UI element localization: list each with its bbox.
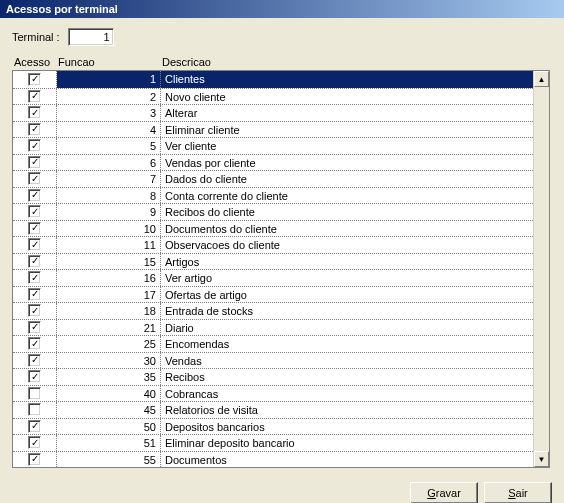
cell-acesso: ✓ [13,105,57,121]
header-descricao: Descricao [162,56,550,68]
access-checkbox[interactable]: ✓ [28,222,41,235]
cell-descricao: Eliminar deposito bancario [161,435,533,451]
window-title: Acessos por terminal [6,3,118,15]
cell-acesso: ✓ [13,204,57,220]
cell-descricao: Recibos [161,369,533,385]
access-checkbox[interactable]: ✓ [28,304,41,317]
access-checkbox[interactable]: ✓ [28,420,41,433]
table-row[interactable]: ✓1Clientes [13,71,533,88]
table-row[interactable]: ✓9Recibos do cliente [13,203,533,220]
access-checkbox[interactable]: ✓ [28,90,41,103]
cell-descricao: Depositos bancarios [161,419,533,435]
grid-body[interactable]: ✓1Clientes✓2Novo cliente✓3Alterar✓4Elimi… [13,71,533,467]
cell-acesso: ✓ [13,320,57,336]
table-row[interactable]: ✓2Novo cliente [13,88,533,105]
table-row[interactable]: ✓4Eliminar cliente [13,121,533,138]
table-row[interactable]: ✓7Dados do cliente [13,170,533,187]
cell-funcao: 9 [57,204,161,220]
cell-acesso: ✓ [13,336,57,352]
access-checkbox[interactable]: ✓ [28,172,41,185]
cell-acesso: ✓ [13,237,57,253]
table-row[interactable]: ✓18Entrada de stocks [13,302,533,319]
access-checkbox[interactable]: ✓ [28,321,41,334]
cell-acesso [13,402,57,418]
scroll-down-button[interactable]: ▼ [534,451,549,467]
table-row[interactable]: 40Cobrancas [13,385,533,402]
table-row[interactable]: ✓11Observacoes do cliente [13,236,533,253]
access-checkbox[interactable]: ✓ [28,205,41,218]
cell-funcao: 8 [57,188,161,204]
cell-descricao: Eliminar cliente [161,122,533,138]
access-checkbox[interactable]: ✓ [28,106,41,119]
access-checkbox[interactable]: ✓ [28,453,41,466]
table-row[interactable]: ✓3Alterar [13,104,533,121]
access-checkbox[interactable]: ✓ [28,288,41,301]
cell-descricao: Novo cliente [161,89,533,105]
vertical-scrollbar[interactable]: ▲ ▼ [533,71,549,467]
access-checkbox[interactable]: ✓ [28,139,41,152]
cell-acesso: ✓ [13,452,57,468]
table-row[interactable]: ✓30Vendas [13,352,533,369]
cell-acesso: ✓ [13,435,57,451]
terminal-label: Terminal : [12,31,60,43]
table-row[interactable]: ✓17Ofertas de artigo [13,286,533,303]
cell-funcao: 7 [57,171,161,187]
access-checkbox[interactable]: ✓ [28,436,41,449]
table-row[interactable]: ✓35Recibos [13,368,533,385]
cell-descricao: Conta corrente do cliente [161,188,533,204]
table-row[interactable]: ✓6Vendas por cliente [13,154,533,171]
cell-acesso: ✓ [13,188,57,204]
table-row[interactable]: ✓8Conta corrente do cliente [13,187,533,204]
cell-acesso: ✓ [13,71,57,88]
access-checkbox[interactable]: ✓ [28,255,41,268]
access-checkbox[interactable]: ✓ [28,354,41,367]
cell-descricao: Diario [161,320,533,336]
cell-acesso: ✓ [13,287,57,303]
access-checkbox[interactable]: ✓ [28,337,41,350]
table-row[interactable]: ✓16Ver artigo [13,269,533,286]
exit-button[interactable]: Sair [484,482,552,503]
cell-descricao: Vendas por cliente [161,155,533,171]
cell-funcao: 55 [57,452,161,468]
cell-descricao: Documentos do cliente [161,221,533,237]
content-area: Terminal : Acesso Funcao Descricao ✓1Cli… [0,18,564,476]
cell-acesso [13,386,57,402]
table-row[interactable]: ✓51Eliminar deposito bancario [13,434,533,451]
cell-funcao: 2 [57,89,161,105]
cell-funcao: 25 [57,336,161,352]
table-row[interactable]: ✓5Ver cliente [13,137,533,154]
table-row[interactable]: ✓10Documentos do cliente [13,220,533,237]
access-checkbox[interactable]: ✓ [28,123,41,136]
cell-descricao: Alterar [161,105,533,121]
access-checkbox[interactable] [28,403,41,416]
access-checkbox[interactable]: ✓ [28,238,41,251]
table-row[interactable]: 45Relatorios de visita [13,401,533,418]
cell-acesso: ✓ [13,155,57,171]
scroll-track[interactable] [534,87,549,451]
cell-acesso: ✓ [13,89,57,105]
cell-funcao: 3 [57,105,161,121]
cell-funcao: 30 [57,353,161,369]
cell-funcao: 50 [57,419,161,435]
cell-funcao: 16 [57,270,161,286]
access-checkbox[interactable] [28,387,41,400]
cell-funcao: 4 [57,122,161,138]
scroll-up-button[interactable]: ▲ [534,71,549,87]
save-button[interactable]: Gravar [410,482,478,503]
table-row[interactable]: ✓50Depositos bancarios [13,418,533,435]
table-row[interactable]: ✓25Encomendas [13,335,533,352]
access-checkbox[interactable]: ✓ [28,271,41,284]
access-checkbox[interactable]: ✓ [28,156,41,169]
table-row[interactable]: ✓55Documentos [13,451,533,468]
cell-funcao: 21 [57,320,161,336]
access-checkbox[interactable]: ✓ [28,370,41,383]
cell-descricao: Ofertas de artigo [161,287,533,303]
cell-acesso: ✓ [13,221,57,237]
table-row[interactable]: ✓21Diario [13,319,533,336]
table-row[interactable]: ✓15Artigos [13,253,533,270]
cell-funcao: 18 [57,303,161,319]
access-checkbox[interactable]: ✓ [28,189,41,202]
access-checkbox[interactable]: ✓ [28,73,41,86]
cell-funcao: 51 [57,435,161,451]
terminal-input[interactable] [68,28,114,46]
